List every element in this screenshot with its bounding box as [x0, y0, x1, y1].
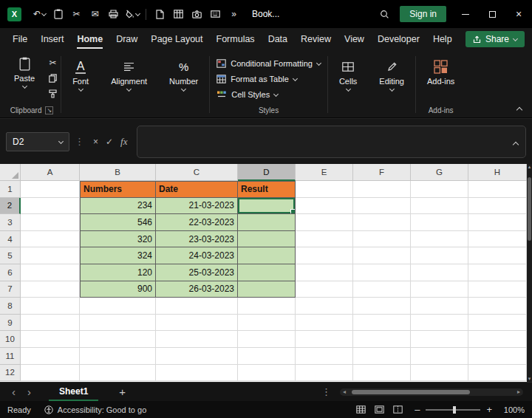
search-button[interactable] [376, 6, 393, 22]
undo-button[interactable]: ↶ [31, 6, 48, 22]
horizontal-scrollbar[interactable]: ◂ ▸ [340, 388, 523, 396]
cell-D8[interactable] [238, 298, 296, 315]
row-header-1[interactable]: 1 [0, 181, 21, 198]
column-header-A[interactable]: A [21, 164, 80, 181]
row-header-6[interactable]: 6 [0, 264, 21, 281]
cell-D11[interactable] [238, 348, 296, 365]
column-header-D[interactable]: D [238, 164, 296, 181]
cell-D4[interactable] [238, 231, 296, 248]
scroll-up-icon[interactable]: ▲ [527, 165, 532, 169]
cell-C3[interactable]: 22-03-2023 [156, 214, 238, 231]
conditional-formatting-button[interactable]: Conditional Formatting [214, 56, 324, 70]
menu-tab-home[interactable]: Home [70, 28, 109, 50]
row-header-3[interactable]: 3 [0, 214, 21, 231]
cell-H4[interactable] [468, 231, 527, 248]
page-layout-view-button[interactable] [375, 405, 384, 414]
cell-D6[interactable] [238, 264, 296, 281]
zoom-in-button[interactable]: + [486, 405, 492, 414]
horizontal-scroll-thumb[interactable] [352, 390, 470, 394]
cell-H2[interactable] [468, 198, 527, 215]
menu-tab-draw[interactable]: Draw [109, 28, 144, 50]
alignment-button[interactable]: Alignment [103, 56, 154, 93]
qat-keyboard-button[interactable] [207, 6, 224, 22]
enter-button[interactable]: ✓ [106, 137, 113, 147]
cell-F5[interactable] [353, 247, 411, 264]
scroll-right-icon[interactable]: ▸ [517, 389, 520, 395]
menu-tab-developer[interactable]: Developer [371, 28, 426, 50]
cell-G10[interactable] [411, 331, 468, 348]
cell-E10[interactable] [296, 331, 353, 348]
qat-paste-button[interactable] [50, 6, 66, 22]
scroll-left-icon[interactable]: ◂ [343, 389, 346, 395]
cell-F11[interactable] [353, 348, 411, 365]
normal-view-button[interactable] [356, 405, 366, 414]
menu-tab-file[interactable]: File [6, 28, 34, 50]
cell-D7[interactable] [238, 281, 296, 298]
row-header-9[interactable]: 9 [0, 315, 21, 332]
accessibility-status[interactable]: Accessibility: Good to go [44, 405, 146, 414]
cell-C8[interactable] [156, 298, 238, 315]
cell-G12[interactable] [411, 365, 468, 382]
cell-B6[interactable]: 120 [80, 264, 156, 281]
cell-A3[interactable] [21, 214, 80, 231]
cell-F12[interactable] [353, 365, 411, 382]
cell-A8[interactable] [21, 298, 80, 315]
row-header-7[interactable]: 7 [0, 281, 21, 298]
cell-A2[interactable] [21, 198, 80, 215]
cell-H6[interactable] [468, 264, 527, 281]
collapse-ribbon-button[interactable] [516, 107, 522, 113]
row-header-2[interactable]: 2 [0, 198, 21, 215]
menu-tab-page-layout[interactable]: Page Layout [144, 28, 209, 50]
cell-D5[interactable] [238, 247, 296, 264]
format-painter-button[interactable] [49, 89, 57, 98]
cell-C5[interactable]: 24-03-2023 [156, 247, 238, 264]
row-header-8[interactable]: 8 [0, 298, 21, 315]
column-header-H[interactable]: H [468, 164, 527, 181]
cell-F9[interactable] [353, 315, 411, 332]
zoom-slider-thumb[interactable] [453, 406, 456, 414]
cell-F10[interactable] [353, 331, 411, 348]
cell-E3[interactable] [296, 214, 353, 231]
cell-G7[interactable] [411, 281, 468, 298]
cell-E9[interactable] [296, 315, 353, 332]
cell-B1[interactable]: Numbers [80, 181, 156, 198]
vertical-scrollbar[interactable]: ▲ ▼ [527, 164, 532, 382]
cut-button[interactable]: ✂ [50, 58, 57, 67]
cell-A10[interactable] [21, 331, 80, 348]
qat-print-button[interactable] [105, 6, 122, 22]
cell-C7[interactable]: 26-03-2023 [156, 281, 238, 298]
cell-B12[interactable] [80, 365, 156, 382]
name-box[interactable]: D2 [6, 132, 69, 151]
qat-new-doc-button[interactable] [151, 6, 168, 22]
cell-G1[interactable] [411, 181, 468, 198]
format-as-table-button[interactable]: Format as Table [214, 72, 300, 86]
cell-A4[interactable] [21, 231, 80, 248]
row-header-10[interactable]: 10 [0, 331, 21, 348]
cell-styles-button[interactable]: Cell Styles [214, 87, 281, 101]
cell-G6[interactable] [411, 264, 468, 281]
share-button[interactable]: Share [466, 31, 525, 47]
cell-E8[interactable] [296, 298, 353, 315]
sheet-nav-next-icon[interactable]: › [21, 386, 37, 397]
row-header-12[interactable]: 12 [0, 365, 21, 382]
cell-F4[interactable] [353, 231, 411, 248]
zoom-level[interactable]: 100% [498, 405, 525, 414]
menu-tab-insert[interactable]: Insert [34, 28, 70, 50]
column-header-C[interactable]: C [156, 164, 238, 181]
cell-C4[interactable]: 23-03-2023 [156, 231, 238, 248]
cell-G9[interactable] [411, 315, 468, 332]
cell-B8[interactable] [80, 298, 156, 315]
cell-B3[interactable]: 546 [80, 214, 156, 231]
cell-E11[interactable] [296, 348, 353, 365]
font-button[interactable]: A Font [65, 56, 96, 93]
minimize-button[interactable] [452, 0, 479, 28]
cell-H3[interactable] [468, 214, 527, 231]
formula-input[interactable] [137, 126, 526, 158]
cell-A9[interactable] [21, 315, 80, 332]
sheet-nav-prev-icon[interactable]: ‹ [6, 386, 21, 397]
cell-G8[interactable] [411, 298, 468, 315]
cell-F1[interactable] [353, 181, 411, 198]
cell-H11[interactable] [468, 348, 527, 365]
cell-G3[interactable] [411, 214, 468, 231]
maximize-button[interactable] [479, 0, 505, 28]
